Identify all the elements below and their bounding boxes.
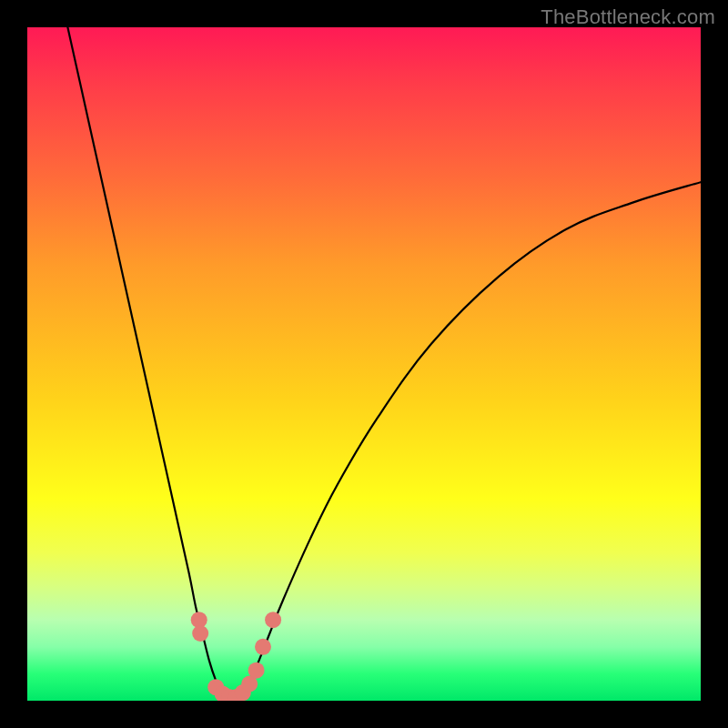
data-marker [192, 625, 208, 642]
chart-frame: TheBottleneck.com [0, 0, 728, 728]
bottleneck-curve-path [67, 27, 701, 701]
data-marker [255, 639, 271, 655]
data-marker [265, 612, 281, 628]
watermark-text: TheBottleneck.com [541, 5, 715, 29]
plot-area [27, 27, 701, 701]
data-markers [191, 612, 281, 701]
bottleneck-curve-svg [27, 27, 701, 701]
data-marker [248, 662, 265, 679]
